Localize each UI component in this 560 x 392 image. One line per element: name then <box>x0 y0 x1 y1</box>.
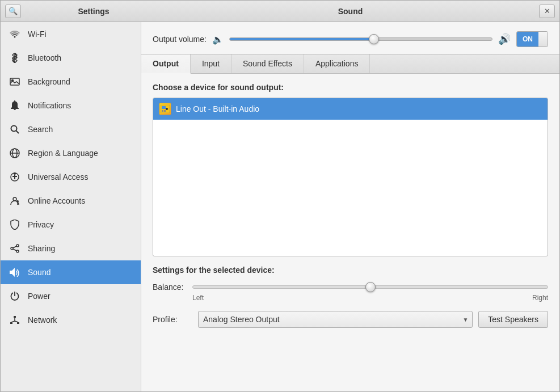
search-label: Search <box>28 125 53 134</box>
sidebar-item-network[interactable]: Network <box>1 308 141 332</box>
toggle-on-label[interactable]: ON <box>517 32 538 47</box>
svg-line-17 <box>13 246 16 248</box>
region-icon <box>9 147 21 159</box>
device-item-lineout[interactable]: Line Out - Built-in Audio <box>153 98 548 120</box>
balance-right-label: Right <box>532 294 548 302</box>
svg-line-25 <box>11 321 15 322</box>
svg-line-26 <box>15 321 18 322</box>
sidebar-item-bluetooth[interactable]: Bluetooth <box>1 46 141 70</box>
bluetooth-icon <box>9 52 21 64</box>
sidebar-item-online[interactable]: Online Accounts <box>1 189 141 213</box>
volume-label: Output volume: <box>153 35 207 44</box>
search-icon: 🔍 <box>9 7 18 15</box>
svg-line-3 <box>16 131 19 134</box>
balance-row: Balance: Left Right <box>153 281 548 302</box>
sound-title: Sound <box>162 7 539 16</box>
titlebar: 🔍 Settings Sound ✕ <box>1 1 559 22</box>
choose-device-title: Choose a device for sound output: <box>153 83 548 92</box>
wifi-icon <box>9 28 21 40</box>
device-icon-lineout <box>159 103 171 115</box>
balance-left-label: Left <box>192 294 204 302</box>
wifi-label: Wi-Fi <box>28 29 47 39</box>
sidebar-item-background[interactable]: Background <box>1 70 141 94</box>
search-button[interactable]: 🔍 <box>5 5 21 18</box>
test-speakers-button[interactable]: Test Speakers <box>478 311 548 328</box>
online-icon <box>9 195 21 207</box>
device-settings-section: Settings for the selected device: Balanc… <box>153 265 548 328</box>
volume-high-icon: 🔊 <box>498 33 511 45</box>
profile-label: Profile: <box>153 315 192 324</box>
notifications-label: Notifications <box>28 101 71 110</box>
content-area: Output volume: 🔈 🔊 ON Output Input Sound… <box>141 22 559 391</box>
close-button[interactable]: ✕ <box>539 5 555 18</box>
output-panel: Choose a device for sound output: <box>141 74 559 391</box>
power-label: Power <box>28 292 50 301</box>
tab-output[interactable]: Output <box>141 54 191 74</box>
online-label: Online Accounts <box>28 196 85 205</box>
profile-select-wrapper[interactable]: Analog Stereo Output Analog Stereo Duple… <box>198 311 473 328</box>
sidebar-item-search[interactable]: Search <box>1 117 141 141</box>
svg-marker-19 <box>10 268 15 277</box>
privacy-icon <box>9 218 21 231</box>
svg-rect-28 <box>162 106 166 109</box>
svg-point-16 <box>11 247 13 250</box>
svg-line-18 <box>13 249 16 251</box>
svg-point-15 <box>16 250 19 252</box>
tab-input[interactable]: Input <box>191 54 231 73</box>
svg-rect-23 <box>17 322 19 324</box>
device-name-lineout: Line Out - Built-in Audio <box>176 104 259 113</box>
svg-rect-21 <box>14 316 16 318</box>
balance-ends: Left Right <box>192 294 548 302</box>
main-content: Wi-Fi Bluetooth <box>1 22 559 391</box>
volume-thumb[interactable] <box>369 34 379 44</box>
search-nav-icon <box>9 123 21 136</box>
sidebar-item-sound[interactable]: Sound <box>1 260 141 284</box>
balance-track[interactable] <box>192 285 548 289</box>
volume-low-icon: 🔈 <box>212 34 224 45</box>
balance-thumb[interactable] <box>365 282 376 292</box>
profile-select[interactable]: Analog Stereo Output Analog Stereo Duple… <box>198 311 473 328</box>
volume-bar: Output volume: 🔈 🔊 ON <box>141 22 559 54</box>
sidebar-item-notifications[interactable]: Notifications <box>1 94 141 117</box>
sharing-icon <box>9 242 21 255</box>
notifications-icon <box>9 99 21 112</box>
sidebar-item-wifi[interactable]: Wi-Fi <box>1 22 141 46</box>
toggle-button[interactable]: ON <box>516 31 548 47</box>
network-label: Network <box>28 315 57 324</box>
power-icon <box>9 290 21 302</box>
sidebar-item-region[interactable]: Region & Language <box>1 141 141 165</box>
sidebar-item-sharing[interactable]: Sharing <box>1 237 141 260</box>
network-icon <box>9 314 21 326</box>
device-list[interactable]: Line Out - Built-in Audio <box>153 98 548 256</box>
universal-icon <box>9 171 21 183</box>
sharing-label: Sharing <box>28 244 55 253</box>
tab-sound-effects[interactable]: Sound Effects <box>231 54 304 73</box>
toggle-off-spacer[interactable] <box>538 32 548 47</box>
sidebar: Wi-Fi Bluetooth <box>1 22 141 391</box>
volume-track <box>229 37 492 41</box>
svg-point-14 <box>16 245 19 247</box>
volume-slider[interactable] <box>229 33 492 45</box>
sidebar-item-privacy[interactable]: Privacy <box>1 213 141 237</box>
svg-point-29 <box>166 108 168 110</box>
svg-point-2 <box>11 126 17 132</box>
settings-title: Settings <box>26 7 162 16</box>
profile-row: Profile: Analog Stereo Output Analog Ste… <box>153 311 548 328</box>
universal-label: Universal Access <box>28 172 89 182</box>
settings-section-title: Settings for the selected device: <box>153 265 548 275</box>
sidebar-item-power[interactable]: Power <box>1 284 141 308</box>
balance-label: Balance: <box>153 283 192 292</box>
bluetooth-label: Bluetooth <box>28 53 61 62</box>
svg-point-12 <box>16 200 19 203</box>
svg-point-11 <box>13 197 16 201</box>
svg-rect-22 <box>10 322 12 324</box>
privacy-label: Privacy <box>28 220 54 229</box>
svg-rect-31 <box>164 110 166 112</box>
tabs-bar: Output Input Sound Effects Applications <box>141 54 559 74</box>
tab-applications[interactable]: Applications <box>304 54 370 73</box>
svg-rect-30 <box>162 110 163 112</box>
background-label: Background <box>28 77 70 86</box>
sidebar-item-universal[interactable]: Universal Access <box>1 165 141 189</box>
sound-icon <box>9 266 21 279</box>
sound-label: Sound <box>28 268 50 277</box>
